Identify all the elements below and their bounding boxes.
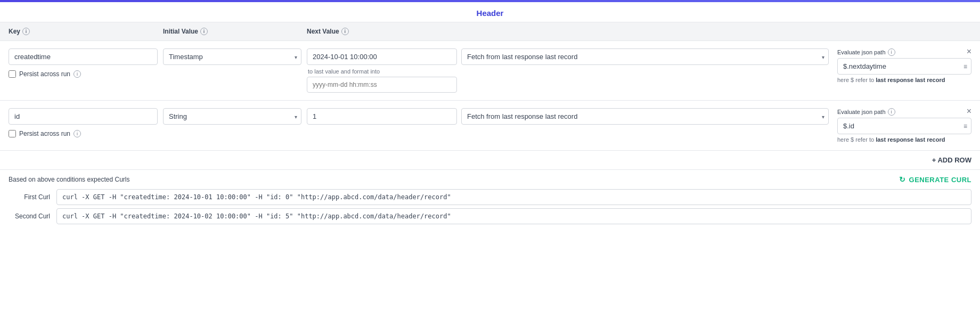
second-curl-label: Second Curl <box>9 208 56 220</box>
add-row-button[interactable]: + ADD ROW <box>932 156 971 164</box>
row-1-persist-info-icon[interactable]: i <box>74 70 81 78</box>
row-2-evaluate-label: Evaluate json path i <box>837 108 971 116</box>
key-column-header: Key i <box>9 28 163 35</box>
row-1-type-cell: Timestamp String Integer Boolean Date ▾ <box>163 48 307 65</box>
row-1: × Persist across run i Timestamp String … <box>0 41 980 101</box>
initial-value-column-label: Initial Value <box>163 28 198 35</box>
row-2-next-value-select-wrapper: Fetch from last response last record Inc… <box>461 108 829 125</box>
row-2-type-select[interactable]: String Timestamp Integer Boolean Date <box>163 108 301 125</box>
add-row-section: + ADD ROW <box>0 151 980 170</box>
curl-section: First Curl curl -X GET -H "createdtime: … <box>0 189 980 236</box>
row-2-persist-checkbox[interactable] <box>9 130 16 137</box>
row-1-right-cell: Fetch from last response last record Inc… <box>461 48 971 83</box>
row-2-key-cell: Persist across run i <box>9 108 163 137</box>
second-curl-row: Second Curl curl -X GET -H "createdtime:… <box>9 208 971 224</box>
row-1-type-select[interactable]: Timestamp String Integer Boolean Date <box>163 48 301 65</box>
row-2-key-input[interactable] <box>9 108 158 125</box>
key-info-icon[interactable]: i <box>22 28 30 35</box>
row-2-evaluate-section: Evaluate json path i ≡ here $ refer to l… <box>833 108 971 143</box>
initial-value-column-header: Initial Value i <box>163 28 307 35</box>
first-curl-row: First Curl curl -X GET -H "createdtime: … <box>9 189 971 205</box>
first-curl-value: curl -X GET -H "createdtime: 2024-10-01 … <box>56 189 971 205</box>
generate-curl-button[interactable]: ↻ GENERATE CURL <box>899 175 971 184</box>
row-2-next-value-select[interactable]: Fetch from last response last record Inc… <box>461 108 829 125</box>
row-1-type-select-wrapper: Timestamp String Integer Boolean Date ▾ <box>163 48 301 65</box>
row-1-next-value-select-wrapper: Fetch from last response last record Inc… <box>461 48 829 65</box>
row-2-next-value-wrapper: Fetch from last response last record Inc… <box>461 108 829 125</box>
next-value-info-icon[interactable]: i <box>341 28 349 35</box>
row-1-close-button[interactable]: × <box>967 47 971 56</box>
row-2-initial-value-input[interactable] <box>307 108 457 125</box>
first-curl-label: First Curl <box>9 189 56 201</box>
row-1-persist-checkbox[interactable] <box>9 70 16 78</box>
row-2-json-path-icon[interactable]: ≡ <box>963 123 967 130</box>
row-1-key-input[interactable] <box>9 48 158 65</box>
generate-description-label: Based on above conditions expected Curls <box>9 176 129 183</box>
second-curl-value: curl -X GET -H "createdtime: 2024-10-02 … <box>56 208 971 224</box>
row-1-grid: Persist across run i Timestamp String In… <box>9 48 971 93</box>
row-2-persist-info-icon[interactable]: i <box>74 130 81 137</box>
row-1-evaluate-section: Evaluate json path i ≡ here $ refer to l… <box>833 48 971 83</box>
key-column-label: Key <box>9 28 20 35</box>
next-value-column-header: Next Value i <box>307 28 461 35</box>
row-1-initial-value-cell: to last value and format into <box>307 48 461 93</box>
row-1-next-value-select[interactable]: Fetch from last response last record Inc… <box>461 48 829 65</box>
row-2-persist-label: Persist across run <box>19 130 70 137</box>
row-2-type-cell: String Timestamp Integer Boolean Date ▾ <box>163 108 307 125</box>
row-2-hint-text: here $ refer to last response last recor… <box>837 136 971 143</box>
next-value-column-label: Next Value <box>307 28 339 35</box>
row-2-grid: Persist across run i String Timestamp In… <box>9 108 971 143</box>
row-1-key-cell: Persist across run i <box>9 48 163 78</box>
row-1-format-input[interactable] <box>307 77 457 93</box>
initial-value-info-icon[interactable]: i <box>200 28 208 35</box>
row-1-json-path-input[interactable] <box>837 58 971 75</box>
row-1-next-value-wrapper: Fetch from last response last record Inc… <box>461 48 829 65</box>
row-2: × Persist across run i String Timestamp … <box>0 101 980 151</box>
row-1-hint-text: here $ refer to last response last recor… <box>837 77 971 83</box>
row-2-evaluate-info-icon[interactable]: i <box>888 108 895 116</box>
row-1-evaluate-label: Evaluate json path i <box>837 48 971 56</box>
row-2-type-select-wrapper: String Timestamp Integer Boolean Date ▾ <box>163 108 301 125</box>
row-2-right-cell: Fetch from last response last record Inc… <box>461 108 971 143</box>
row-2-json-path-wrapper: ≡ <box>837 118 971 134</box>
row-1-initial-value-input[interactable] <box>307 48 457 65</box>
row-1-json-path-wrapper: ≡ <box>837 58 971 75</box>
generate-section: Based on above conditions expected Curls… <box>0 170 980 189</box>
row-1-persist-label: Persist across run <box>19 70 70 78</box>
generate-curl-refresh-icon: ↻ <box>899 175 906 184</box>
row-1-evaluate-info-icon[interactable]: i <box>888 48 895 56</box>
row-2-json-path-input[interactable] <box>837 118 971 134</box>
row-2-persist-row: Persist across run i <box>9 130 158 137</box>
row-1-json-path-icon[interactable]: ≡ <box>963 63 967 70</box>
evaluate-column-header <box>461 28 971 35</box>
page-title: Header <box>0 2 980 22</box>
row-1-format-label: to last value and format into <box>307 68 457 75</box>
row-1-persist-row: Persist across run i <box>9 70 158 78</box>
row-2-initial-value-cell <box>307 108 461 125</box>
row-2-close-button[interactable]: × <box>967 107 971 116</box>
table-header-row: Key i Initial Value i Next Value i <box>0 22 980 41</box>
